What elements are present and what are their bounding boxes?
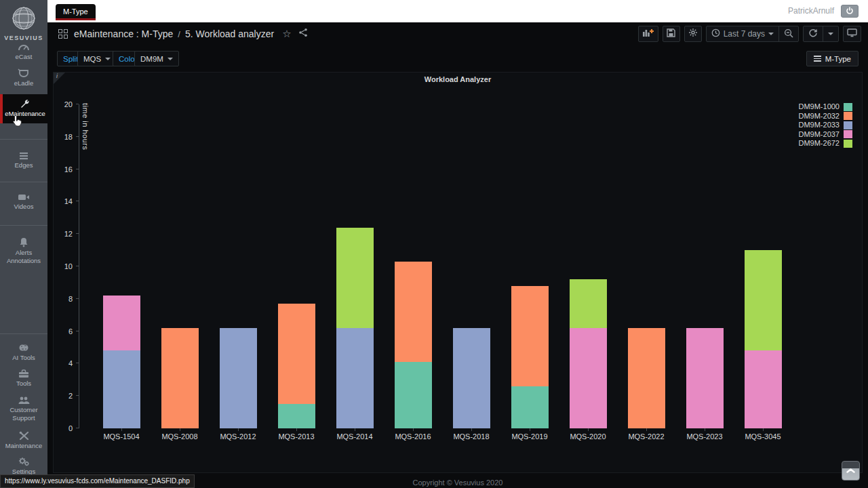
bar-segment-DM9M-2032[interactable] (395, 262, 432, 362)
users-icon (0, 396, 47, 405)
bar-segment-DM9M-2032[interactable] (511, 286, 549, 386)
sidebar-item-ai-tools[interactable]: AI Tools (0, 342, 47, 362)
save-dashboard-button[interactable] (663, 26, 680, 42)
brand-logo[interactable]: VESUVIUS (0, 4, 47, 41)
bar-MQS-2019[interactable] (511, 104, 549, 428)
bar-segment-DM9M-2037[interactable] (103, 296, 140, 350)
x-tick-mark (588, 428, 589, 431)
y-tick-label: 20 (56, 100, 73, 108)
sidebar: VESUVIUS eCast eLadle eMaintenance Edges… (0, 0, 47, 488)
time-range-picker[interactable]: Last 7 days (707, 26, 778, 41)
bar-MQS-2008[interactable] (161, 104, 199, 428)
gauge-icon (0, 42, 47, 52)
brain-icon (0, 343, 47, 352)
refresh-group (803, 26, 839, 42)
sidebar-item-customer-support[interactable]: Customer Support (0, 394, 47, 422)
sidebar-item-maintenance[interactable]: Maintenance (0, 430, 47, 450)
bar-segment-DM9M-2033[interactable] (220, 328, 257, 428)
bar-segment-DM9M-2033[interactable] (336, 328, 374, 428)
sidebar-item-videos[interactable]: Videos (0, 192, 47, 211)
legend-swatch (844, 121, 852, 129)
zoom-out-icon (784, 28, 793, 40)
add-panel-icon (642, 28, 654, 40)
gear-icon (688, 28, 698, 40)
color-dropdown[interactable]: DM9M (134, 51, 179, 66)
bar-segment-DM9M-1000[interactable] (511, 386, 549, 428)
bar-segment-DM9M-2032[interactable] (628, 328, 665, 428)
time-range-label: Last 7 days (724, 29, 765, 39)
content-area: eMaintenance : M-Type/5. Workload analyz… (47, 22, 868, 488)
crossed-tools-icon (0, 431, 47, 441)
bar-MQS-2012[interactable] (220, 104, 257, 428)
tab-m-type[interactable]: M-Type (56, 4, 96, 20)
bar-segment-DM9M-1000[interactable] (395, 362, 432, 428)
x-axis-label: MQS-2022 (617, 432, 675, 441)
bar-MQS-2023[interactable] (686, 104, 724, 428)
bar-MQS-1504[interactable] (103, 104, 140, 428)
panel-title[interactable]: Workload Analyzer (54, 75, 862, 83)
dashboards-grid-icon[interactable] (58, 29, 68, 39)
bar-MQS-2016[interactable] (395, 104, 432, 428)
sidebar-item-edges[interactable]: Edges (0, 150, 47, 169)
mtype-menu-button[interactable]: M-Type (806, 51, 859, 66)
bar-segment-DM9M-2033[interactable] (103, 350, 140, 428)
legend-item-DM9M-2672[interactable]: DM9M-2672 (798, 139, 852, 148)
y-tick-label: 18 (56, 133, 73, 141)
add-panel-button[interactable] (638, 26, 658, 42)
x-axis-label: MQS-2013 (267, 432, 326, 441)
list-icon (0, 152, 47, 160)
sidebar-item-eladle[interactable]: eLadle (0, 67, 47, 87)
toolbox-icon (0, 369, 47, 378)
breadcrumb[interactable]: eMaintenance : M-Type/5. Workload analyz… (74, 28, 274, 39)
sidebar-item-alerts-annotations[interactable]: Alerts Annotations (0, 236, 47, 265)
bar-segment-DM9M-2037[interactable] (745, 350, 782, 428)
sidebar-item-settings[interactable]: Settings (0, 455, 47, 476)
bar-MQS-2022[interactable] (628, 104, 665, 428)
bar-segment-DM9M-2037[interactable] (686, 328, 724, 428)
logout-power-button[interactable] (841, 5, 859, 18)
bar-MQS-3045[interactable] (745, 104, 782, 428)
bar-segment-DM9M-1000[interactable] (278, 404, 315, 428)
y-tick-label: 10 (56, 262, 73, 270)
split-dropdown[interactable]: MQS (77, 51, 117, 66)
bar-MQS-2020[interactable] (570, 104, 607, 428)
favorite-star-icon[interactable]: ☆ (282, 28, 291, 40)
bar-segment-DM9M-2032[interactable] (161, 328, 199, 428)
legend-label: DM9M-2032 (798, 112, 840, 121)
refresh-interval-dropdown[interactable] (823, 26, 838, 41)
y-tick-label: 16 (56, 165, 73, 174)
sidebar-item-ecast[interactable]: eCast (0, 41, 47, 61)
dashboard-settings-button[interactable] (684, 26, 702, 42)
legend-item-DM9M-2037[interactable]: DM9M-2037 (798, 130, 852, 140)
legend-label: DM9M-2672 (798, 139, 840, 148)
bar-MQS-2018[interactable] (453, 104, 490, 428)
bar-segment-DM9M-2033[interactable] (453, 328, 490, 428)
bar-MQS-2013[interactable] (278, 104, 315, 428)
x-tick-mark (763, 428, 764, 431)
y-tick-label: 4 (56, 359, 73, 367)
bar-segment-DM9M-2672[interactable] (745, 250, 782, 350)
legend-item-DM9M-1000[interactable]: DM9M-1000 (798, 102, 852, 112)
x-tick-mark (646, 428, 647, 431)
bar-segment-DM9M-2672[interactable] (570, 279, 607, 328)
x-axis-label: MQS-2012 (209, 432, 267, 441)
share-icon[interactable] (298, 28, 308, 40)
bar-MQS-2014[interactable] (336, 104, 374, 428)
chart-legend: DM9M-1000DM9M-2032DM9M-2033DM9M-2037DM9M… (798, 102, 852, 148)
sidebar-divider (0, 182, 47, 182)
refresh-button[interactable] (804, 26, 823, 41)
bar-segment-DM9M-2032[interactable] (278, 304, 315, 404)
scroll-to-top-button[interactable] (842, 461, 860, 481)
refresh-icon (808, 28, 818, 40)
legend-item-DM9M-2033[interactable]: DM9M-2033 (798, 121, 852, 130)
save-icon (667, 28, 675, 40)
sidebar-item-tools[interactable]: Tools (0, 368, 47, 388)
legend-swatch (844, 103, 852, 111)
legend-item-DM9M-2032[interactable]: DM9M-2032 (798, 112, 852, 121)
bar-segment-DM9M-2037[interactable] (570, 328, 607, 428)
kiosk-mode-button[interactable] (843, 26, 861, 42)
sidebar-item-emaintenance[interactable]: eMaintenance (0, 94, 47, 123)
user-name[interactable]: PatrickArnulf (788, 6, 834, 16)
bar-segment-DM9M-2672[interactable] (336, 228, 374, 328)
zoom-out-button[interactable] (778, 26, 798, 41)
